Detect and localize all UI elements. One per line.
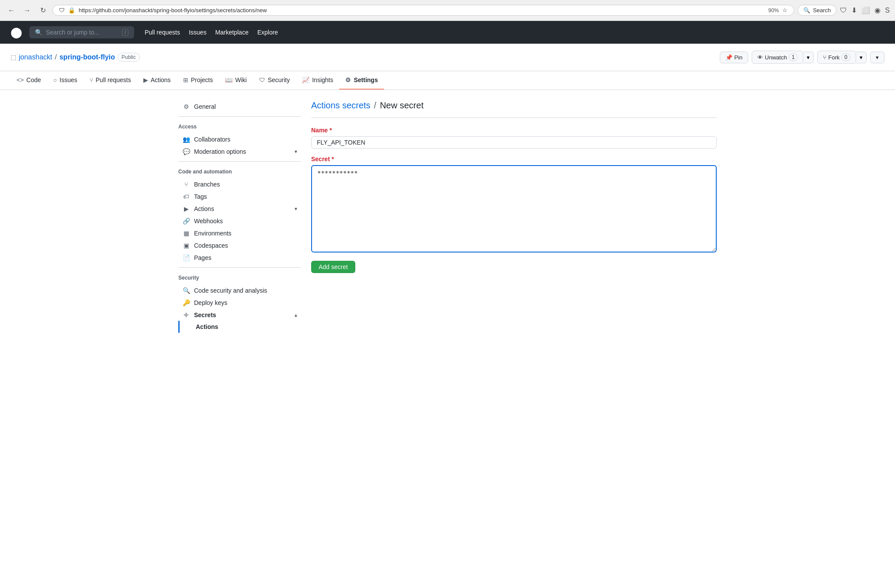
visibility-badge: Public [118, 53, 140, 62]
chevron-up-icon: ▴ [295, 312, 297, 318]
repo-actions: 📌 Pin 👁 Unwatch 1 ▾ ⑂ Fork 0 ▾ ▾ [720, 51, 885, 64]
browser-search[interactable]: 🔍 Search [798, 5, 836, 16]
pages-icon: 📄 [182, 254, 191, 261]
actions-sidebar-icon: ▶ [182, 205, 191, 212]
sidebar-security-heading: Security [178, 271, 301, 283]
unwatch-dropdown[interactable]: ▾ [803, 52, 814, 63]
menu-icon: ◉ [874, 6, 881, 14]
sidebar-item-moderation[interactable]: 💬 Moderation options ▾ [178, 145, 301, 158]
fork-dropdown[interactable]: ▾ [856, 52, 867, 63]
chevron-down-icon-2: ▾ [295, 206, 297, 212]
unwatch-count: 1 [789, 53, 798, 61]
repo-name[interactable]: spring-boot-flyio [59, 53, 115, 61]
page-header: Actions secrets / New secret [311, 100, 717, 118]
breadcrumb-link[interactable]: Actions secrets [311, 100, 371, 111]
reload-button[interactable]: ↻ [37, 4, 49, 17]
sidebar-item-actions[interactable]: ▶ Actions ▾ [178, 203, 301, 215]
sidebar-environments-label: Environments [194, 230, 297, 237]
unwatch-button[interactable]: 👁 Unwatch 1 [752, 51, 803, 64]
nav-projects[interactable]: ⊞ Projects [177, 71, 219, 90]
sidebar-item-pages[interactable]: 📄 Pages [178, 252, 301, 264]
sidebar-item-tags[interactable]: 🏷 Tags [178, 190, 301, 203]
sidebar-access-section: Access 👥 Collaborators 💬 Moderation opti… [178, 120, 301, 158]
github-logo[interactable]: ⬤ [10, 26, 22, 38]
code-security-icon: 🔍 [182, 287, 191, 294]
secret-input[interactable]: *********** [311, 165, 717, 252]
repo-header: ⬚ jonashackt / spring-boot-flyio Public … [0, 44, 895, 71]
tag-icon: 🏷 [182, 193, 191, 200]
sidebar-item-collaborators[interactable]: 👥 Collaborators [178, 133, 301, 145]
sidebar-code-section: Code and automation ⑂ Branches 🏷 Tags ▶ … [178, 165, 301, 264]
add-secret-button[interactable]: Add secret [311, 261, 355, 273]
search-icon: 🔍 [803, 7, 810, 14]
download-icon: ⬇ [851, 6, 857, 14]
nav-issues[interactable]: Issues [189, 29, 206, 36]
repo-owner[interactable]: jonashackt [19, 53, 52, 61]
global-search[interactable]: 🔍 Search or jump to... / [29, 26, 134, 38]
page-title: Actions secrets / New secret [311, 100, 717, 111]
sidebar-general-label: General [194, 103, 297, 110]
tabs-icon: ⬜ [861, 6, 870, 14]
global-nav: Pull requests Issues Marketplace Explore [145, 29, 278, 36]
repo-nav: <> Code ○ Issues ⑂ Pull requests ▶ Actio… [0, 71, 895, 90]
sidebar-item-actions-sub[interactable]: Actions [182, 321, 301, 332]
profile-icon: S [885, 7, 890, 14]
main-layout: ⚙ General Access 👥 Collaborators 💬 Moder… [168, 90, 727, 346]
sidebar-webhooks-label: Webhooks [194, 218, 297, 225]
back-button[interactable]: ← [5, 4, 17, 17]
pin-button[interactable]: 📌 Pin [720, 52, 748, 63]
secrets-icon: ✛ [182, 311, 191, 318]
sidebar-item-webhooks[interactable]: 🔗 Webhooks [178, 215, 301, 227]
nav-wiki[interactable]: 📖 Wiki [219, 71, 253, 90]
sidebar-code-security-label: Code security and analysis [194, 287, 297, 294]
codespaces-icon: ▣ [182, 242, 191, 249]
env-icon: ▦ [182, 230, 191, 237]
sidebar-item-environments[interactable]: ▦ Environments [178, 227, 301, 239]
browser-search-label: Search [813, 7, 831, 14]
main-content: Actions secrets / New secret Name * Secr… [311, 100, 717, 336]
fork-button[interactable]: ⑂ Fork 0 [817, 51, 856, 64]
nav-code[interactable]: <> Code [10, 71, 47, 90]
sidebar-code-heading: Code and automation [178, 165, 301, 176]
sidebar-item-code-security[interactable]: 🔍 Code security and analysis [178, 284, 301, 297]
nav-issues-label: Issues [59, 76, 77, 83]
nav-pull-requests[interactable]: ⑂ Pull requests [83, 71, 137, 90]
browser-chrome: ← → ↻ 🛡 🔒 https://github.com/jonashackt/… [0, 0, 895, 21]
nav-settings[interactable]: ⚙ Settings [339, 71, 384, 90]
sidebar-item-branches[interactable]: ⑂ Branches [178, 178, 301, 190]
nav-insights-label: Insights [312, 76, 333, 83]
nav-actions[interactable]: ▶ Actions [137, 71, 177, 90]
unwatch-label: Unwatch [765, 54, 787, 61]
nav-insights[interactable]: 📈 Insights [296, 71, 339, 90]
more-button[interactable]: ▾ [870, 52, 885, 63]
sidebar-item-deploy-keys[interactable]: 🔑 Deploy keys [178, 297, 301, 309]
people-icon: 👥 [182, 136, 191, 143]
nav-issues[interactable]: ○ Issues [47, 71, 83, 90]
zoom-level: 90% [768, 7, 779, 14]
name-label: Name * [311, 127, 717, 134]
forward-button[interactable]: → [21, 4, 33, 17]
shield-toolbar-icon: 🛡 [840, 7, 847, 14]
eye-icon: 👁 [757, 54, 763, 61]
settings-sidebar: ⚙ General Access 👥 Collaborators 💬 Moder… [178, 100, 301, 336]
add-secret-label: Add secret [319, 263, 348, 270]
sidebar-sub-section: Actions [178, 321, 301, 332]
sidebar-divider-3 [178, 267, 301, 268]
sidebar-item-general[interactable]: ⚙ General [178, 100, 301, 113]
sidebar-item-secrets[interactable]: ✛ Secrets ▴ [178, 309, 301, 321]
address-bar[interactable]: 🛡 🔒 https://github.com/jonashackt/spring… [52, 5, 794, 16]
webhook-icon: 🔗 [182, 218, 191, 225]
fork-label: Fork [828, 54, 839, 61]
nav-marketplace[interactable]: Marketplace [215, 29, 248, 36]
sidebar-item-codespaces[interactable]: ▣ Codespaces [178, 239, 301, 252]
name-input[interactable] [311, 136, 717, 149]
name-field-group: Name * [311, 127, 717, 149]
pin-label: Pin [734, 54, 742, 61]
search-placeholder: Search or jump to... [46, 29, 99, 36]
nav-explore[interactable]: Explore [257, 29, 278, 36]
nav-security[interactable]: 🛡 Security [253, 71, 296, 90]
repo-separator: / [55, 53, 57, 61]
nav-pull-requests[interactable]: Pull requests [145, 29, 180, 36]
search-kbd: / [122, 29, 128, 36]
secret-label: Secret * [311, 156, 717, 163]
